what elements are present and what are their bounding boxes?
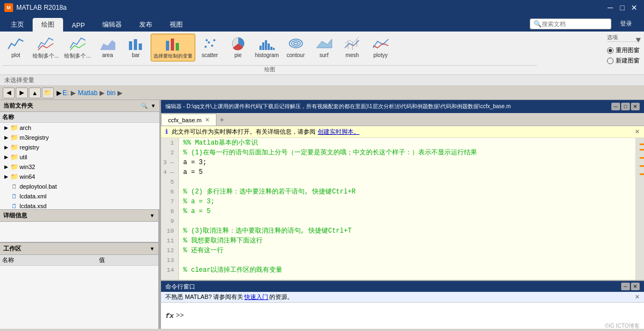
reuse-figure-radio[interactable] (607, 47, 614, 54)
path-e[interactable]: E: (63, 89, 69, 97)
search-files-button[interactable]: 🔍 (139, 102, 149, 109)
info-close-button[interactable]: ✕ (635, 128, 640, 135)
tab-editor[interactable]: 编辑器 (94, 18, 131, 32)
workspace-panel: 工作区 ▾ 名称 值 (0, 242, 159, 329)
expand-win32[interactable]: ▶ (2, 164, 10, 170)
editor-close-button[interactable]: ✕ (631, 103, 640, 110)
cmd-minimize-button[interactable]: ─ (621, 283, 630, 290)
editor-tab-close[interactable]: ✕ (205, 117, 209, 123)
folder-icon-arch: 📁 (10, 124, 18, 132)
workspace-panel-menu[interactable]: ▾ (149, 245, 155, 252)
scatter-button[interactable]: scatter (196, 34, 224, 61)
ribbon-toolbar: plot 绘制多个... (0, 32, 644, 75)
tree-item-win64[interactable]: ▶ 📁 win64 (0, 172, 159, 182)
expand-m3iregistry[interactable]: ▶ (2, 135, 10, 140)
surf-label: surf (319, 52, 329, 58)
add-tab-button[interactable]: + (216, 114, 227, 126)
contour-button[interactable]: contour (282, 34, 309, 61)
code-editor[interactable]: 1 2 3 — 4 — 5 6 7 8 9 10 11 12 13 14 %% … (161, 138, 644, 280)
tab-view[interactable]: 视图 (161, 18, 191, 32)
var-label: 未选择变量 (4, 77, 34, 83)
close-button[interactable]: ✕ (629, 2, 640, 13)
expand-util[interactable]: ▶ (2, 154, 10, 160)
histogram-button[interactable]: histogram (253, 34, 281, 61)
cmd-info-close-button[interactable]: ✕ (635, 293, 640, 301)
path-icon: ▶ (57, 89, 61, 97)
file-tree: ▶ 📁 arch ▶ 📁 m3iregistry ▶ 📁 registry ▶ … (0, 123, 159, 209)
plot-label: plot (11, 52, 20, 58)
editor-tab-ccfx[interactable]: ccfx_base.m ✕ (161, 114, 216, 126)
surf-button[interactable]: surf (311, 34, 338, 61)
cmd-close-button[interactable]: ✕ (631, 283, 640, 290)
minimap-mark-1 (640, 143, 644, 145)
new-figure-label: 新建图窗 (616, 57, 640, 65)
plotyy-button[interactable]: plotyy (367, 34, 394, 61)
tree-label-lcdata-xml: lcdata.xml (20, 193, 47, 199)
plot-multi2-button[interactable]: 绘制多个... (62, 34, 92, 61)
expand-registry[interactable]: ▶ (2, 145, 10, 150)
svg-marker-0 (100, 40, 115, 50)
back-button[interactable]: ◀ (3, 88, 15, 98)
maximize-button[interactable]: □ (617, 2, 628, 13)
search-input[interactable] (542, 21, 607, 27)
search-box[interactable]: 🔍 (530, 18, 611, 29)
tab-plot[interactable]: 绘图 (33, 18, 63, 32)
path-bin[interactable]: bin (107, 89, 115, 97)
svg-rect-18 (273, 48, 275, 50)
tree-item-lcdata-xsd[interactable]: 🗒 lcdata.xsd (0, 201, 159, 209)
cmd-content[interactable]: fx >> (161, 303, 644, 329)
tree-item-m3iregistry[interactable]: ▶ 📁 m3iregistry (0, 133, 159, 142)
minimize-button[interactable]: ─ (605, 2, 616, 13)
expand-arch[interactable]: ▶ (2, 125, 10, 130)
plot-group-label: 绘图 (2, 65, 537, 73)
up-button[interactable]: ▲ (29, 88, 41, 98)
cmd-window-btns: ─ ✕ (621, 283, 640, 290)
code-line-10: % (3)取消注释：选中要取消注释的语句, 快捷键Ctrl+T (183, 226, 631, 236)
area-button[interactable]: area (94, 34, 121, 61)
svg-rect-2 (134, 39, 137, 50)
bar-button[interactable]: bar (122, 34, 150, 61)
svg-rect-1 (129, 41, 132, 50)
expand-win64[interactable]: ▶ (2, 174, 10, 179)
reuse-figure-option[interactable]: 重用图窗 (607, 46, 640, 54)
tree-item-registry[interactable]: ▶ 📁 registry (0, 142, 159, 152)
plot-button[interactable]: plot (2, 34, 29, 61)
editor-maximize-button[interactable]: □ (621, 103, 630, 110)
cmd-info-link[interactable]: 快速入门 (244, 293, 268, 301)
cmd-info-suffix: 的资源。 (269, 293, 293, 301)
watermark: ©iG ICTO博客 (605, 322, 640, 330)
tab-home[interactable]: 主页 (2, 18, 33, 32)
tree-item-win32[interactable]: ▶ 📁 win32 (0, 162, 159, 172)
scatter-selected-button[interactable]: 选择要绘制的变量 (151, 34, 195, 61)
mesh-button[interactable]: mesh (339, 34, 366, 61)
code-lines-area: %% Matlab基本的小常识 % (1)在每一行的语句后面加上分号（一定要是英… (179, 138, 635, 280)
info-link[interactable]: 创建实时脚本。 (318, 128, 360, 136)
login-button[interactable]: 登录 (615, 18, 637, 29)
new-figure-option[interactable]: 新建图窗 (607, 57, 640, 65)
editor-minimize-button[interactable]: ─ (611, 103, 620, 110)
detail-panel-menu[interactable]: ▾ (149, 212, 155, 219)
editor-titlebar: 编辑器 - D:\qq文件\上课用的课件和代码(下载后记得解压，所有视频配套的都… (161, 100, 644, 113)
app-icon: M (4, 3, 13, 12)
path-matlab[interactable]: Matlab (78, 89, 97, 97)
tree-label-m3iregistry: m3iregistry (20, 134, 49, 141)
forward-button[interactable]: ▶ (16, 88, 28, 98)
tree-item-arch[interactable]: ▶ 📁 arch (0, 123, 159, 133)
tab-publish[interactable]: 发布 (131, 18, 161, 32)
tree-item-util[interactable]: ▶ 📁 util (0, 152, 159, 162)
pie-button[interactable]: pie (225, 34, 252, 61)
tree-item-deploytool[interactable]: 🗒 deploytool.bat (0, 182, 159, 191)
cmd-window: 命令行窗口 ─ ✕ 不熟悉 MATLAB? 请参阅有关 快速入门 的资源。 ✕ … (161, 280, 644, 329)
plot-multi1-button[interactable]: 绘制多个... (30, 34, 61, 61)
browse-button[interactable]: 📁 (42, 88, 54, 98)
svg-rect-6 (176, 43, 179, 51)
name-column-header: 名称 (2, 113, 14, 121)
var-label-bar: 未选择变量 (0, 75, 644, 86)
title-bar-left: M MATLAB R2018a (4, 3, 67, 12)
new-figure-radio[interactable] (607, 58, 614, 64)
file-panel-menu[interactable]: ▾ (150, 102, 156, 109)
tree-item-lcdata-xml[interactable]: 🗒 lcdata.xml (0, 191, 159, 201)
tab-app[interactable]: APP (63, 20, 94, 32)
plot-multi1-label: 绘制多个... (33, 52, 59, 60)
ribbon-tabs: 主页 绘图 APP 编辑器 发布 视图 🔍 登录 (0, 15, 644, 32)
